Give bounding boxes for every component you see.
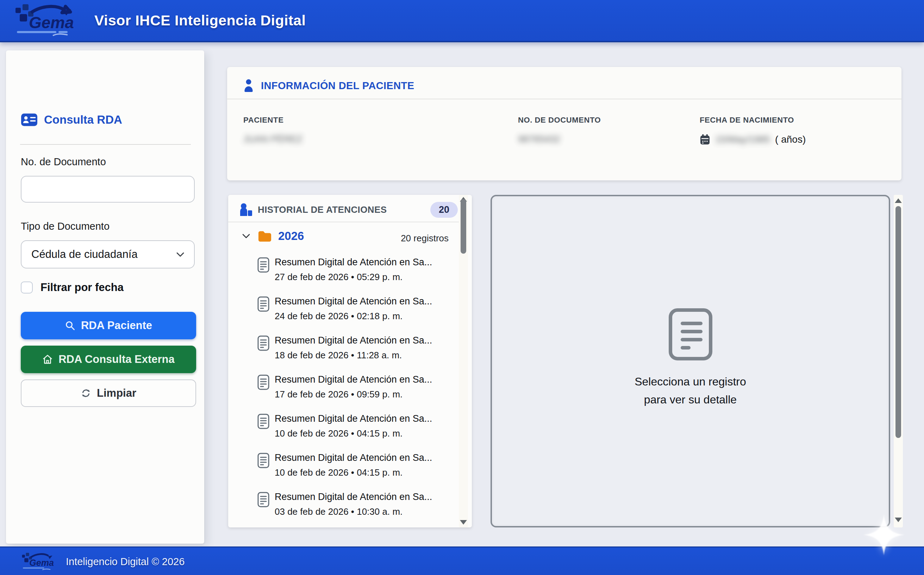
history-count-badge: 20: [430, 202, 458, 218]
patient-info-header: INFORMACIÓN DEL PACIENTE: [243, 79, 414, 92]
page-title: Visor IHCE Inteligencia Digital: [94, 12, 306, 29]
gema-logo: Gema: [11, 2, 74, 39]
patient-birthdate-label: FECHA DE NACIMIENTO: [700, 116, 806, 125]
patient-document-label: NO. DE DOCUMENTO: [518, 116, 601, 125]
year-group-toggle[interactable]: 2026: [241, 229, 304, 243]
scrollbar-thumb[interactable]: [895, 206, 901, 438]
history-header: HISTORIAL DE ATENCIONES: [239, 203, 387, 217]
sidebar-divider: [20, 144, 191, 145]
calendar-icon: [700, 134, 710, 145]
historial-atenciones-panel: HISTORIAL DE ATENCIONES 20 2026 20 regis…: [228, 195, 472, 527]
main-scrollbar[interactable]: [894, 195, 903, 527]
footer-copyright: Inteligencio Digital © 2026: [66, 556, 184, 568]
document-number-input[interactable]: [21, 176, 195, 203]
document-icon: [257, 374, 270, 391]
document-number-label: No. de Documento: [21, 156, 106, 168]
patient-info-divider: [227, 98, 902, 99]
history-record-item[interactable]: Resumen Digital de Atención en Sa... 17 …: [257, 371, 449, 410]
patient-birthdate-field: FECHA DE NACIMIENTO 15/May/1985 ( años): [700, 116, 806, 145]
record-date: 18 de feb de 2026 • 11:28 a. m.: [275, 350, 449, 361]
app-footer: Gema Inteligencio Digital © 2026: [0, 546, 924, 575]
empty-state-message: Selecciona un registro para ver su detal…: [634, 373, 746, 409]
limpiar-button[interactable]: Limpiar: [21, 380, 196, 407]
folder-icon: [257, 229, 273, 243]
scroll-down-arrow[interactable]: [460, 520, 467, 525]
record-date: 10 de feb de 2026 • 04:15 p. m.: [275, 467, 449, 478]
search-icon: [65, 320, 75, 331]
year-group-count: 20 registros: [401, 233, 449, 244]
patient-document-field: NO. DE DOCUMENTO 98765432: [518, 116, 601, 145]
app-window: Gema Visor IHCE Inteligencia Digital Con…: [0, 0, 924, 575]
document-icon: [257, 453, 270, 469]
patient-document-value: 98765432: [518, 134, 560, 145]
patient-age-suffix: ( años): [775, 134, 806, 145]
document-icon: [257, 257, 270, 273]
svg-text:Gema: Gema: [29, 13, 74, 32]
patient-birthdate-value: 15/May/1985: [715, 134, 770, 145]
record-date: 17 de feb de 2026 • 09:59 p. m.: [275, 389, 449, 400]
record-title: Resumen Digital de Atención en Sa...: [275, 332, 449, 346]
gema-logo-mark: Gema: [11, 2, 74, 37]
record-title: Resumen Digital de Atención en Sa...: [275, 450, 449, 463]
consulta-rda-panel: Consulta RDA No. de Documento Tipo de Do…: [6, 50, 204, 544]
record-title: Resumen Digital de Atención en Sa...: [275, 489, 449, 502]
chevron-down-icon: [175, 249, 185, 260]
record-date: 27 de feb de 2026 • 05:29 p. m.: [275, 272, 449, 283]
record-detail-panel: Selecciona un registro para ver su detal…: [491, 195, 890, 527]
gema-logo-mark: Gema: [19, 551, 54, 571]
chevron-down-icon: [241, 231, 251, 241]
filter-by-date-label: Filtrar por fecha: [41, 281, 124, 294]
rda-consulta-externa-button[interactable]: RDA Consulta Externa: [21, 346, 196, 373]
sidebar-title: Consulta RDA: [21, 113, 122, 127]
document-icon: [257, 296, 270, 312]
patient-name-label: PACIENTE: [243, 116, 303, 125]
refresh-icon: [81, 388, 91, 399]
rda-paciente-button[interactable]: RDA Paciente: [21, 312, 196, 339]
hospital-icon: [239, 203, 253, 217]
history-record-item[interactable]: Resumen Digital de Atención en Sa... 10 …: [257, 450, 449, 489]
history-record-item[interactable]: Resumen Digital de Atención en Sa... 24 …: [257, 293, 449, 332]
sidebar-title-label: Consulta RDA: [44, 113, 122, 127]
scrollbar-thumb[interactable]: [461, 199, 466, 254]
document-type-selected-value: Cédula de ciudadanía: [31, 248, 138, 261]
year-group-label: 2026: [278, 229, 304, 243]
history-record-item[interactable]: Resumen Digital de Atención en Sa... 27 …: [257, 254, 449, 293]
app-header: Gema Visor IHCE Inteligencia Digital: [0, 0, 924, 42]
filter-by-date-checkbox[interactable]: [21, 281, 33, 294]
svg-text:Gema: Gema: [29, 558, 54, 568]
document-icon: [257, 491, 270, 508]
gema-logo-small: Gema: [19, 551, 54, 573]
filter-by-date-row: Filtrar por fecha: [21, 281, 124, 294]
record-date: 03 de feb de 2026 • 10:30 a. m.: [275, 506, 449, 517]
record-title: Resumen Digital de Atención en Sa...: [275, 254, 449, 268]
record-title: Resumen Digital de Atención en Sa...: [275, 371, 449, 385]
record-date: 10 de feb de 2026 • 04:15 p. m.: [275, 428, 449, 439]
history-record-item[interactable]: Resumen Digital de Atención en Sa... 03 …: [257, 489, 449, 528]
patient-name-value: JUAN PÉREZ: [243, 134, 303, 145]
record-date: 24 de feb de 2026 • 02:18 p. m.: [275, 311, 449, 322]
sparkle-cursor-artifact: [864, 515, 904, 555]
person-icon: [243, 79, 254, 92]
record-title: Resumen Digital de Atención en Sa...: [275, 410, 449, 424]
record-title: Resumen Digital de Atención en Sa...: [275, 293, 449, 307]
home-icon: [42, 354, 53, 365]
document-large-icon: [668, 308, 713, 361]
id-card-icon: [21, 113, 38, 127]
history-scrollbar[interactable]: [459, 195, 468, 527]
scroll-up-arrow[interactable]: [895, 199, 902, 203]
patient-name-field: PACIENTE JUAN PÉREZ: [243, 116, 303, 145]
history-divider: [228, 222, 463, 222]
history-items-list: Resumen Digital de Atención en Sa... 27 …: [257, 254, 449, 528]
document-icon: [257, 413, 270, 429]
document-type-label: Tipo de Documento: [21, 221, 109, 232]
history-title: HISTORIAL DE ATENCIONES: [258, 204, 387, 215]
patient-info-card: INFORMACIÓN DEL PACIENTE PACIENTE JUAN P…: [227, 67, 902, 180]
document-icon: [257, 335, 270, 351]
patient-info-title: INFORMACIÓN DEL PACIENTE: [261, 80, 414, 92]
document-type-select[interactable]: Cédula de ciudadanía: [21, 240, 195, 268]
history-record-item[interactable]: Resumen Digital de Atención en Sa... 10 …: [257, 410, 449, 450]
history-record-item[interactable]: Resumen Digital de Atención en Sa... 18 …: [257, 332, 449, 371]
